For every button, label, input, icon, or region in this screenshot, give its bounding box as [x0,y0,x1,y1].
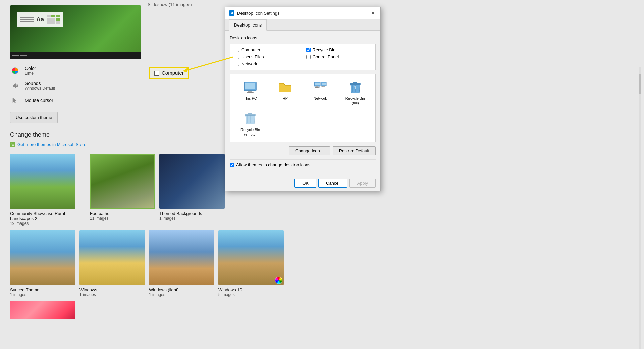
dialog-title-icon: 🖥 [229,10,234,16]
icon-preview-network[interactable]: Network [304,79,336,107]
thispc-icon [243,80,258,95]
theme-thumb-windows-light [149,230,214,285]
theme-item-windows[interactable]: Windows 1 images [79,230,145,297]
store-icon: 🛍 [10,142,15,147]
settings-panel: Aa [0,0,235,328]
theme-item-themed[interactable]: Themed Backgrounds 1 images [159,154,225,226]
checkbox-users-files[interactable]: User's Files [235,54,300,59]
svg-rect-16 [353,82,357,83]
theme-name-community: Community Showcase Rural Landscapes 2 [10,211,86,221]
ms-store-link[interactable]: 🛍 Get more themes in Microsoft Store [10,142,225,147]
dialog-close-button[interactable]: ✕ [370,10,376,16]
apply-button[interactable]: Apply [349,179,376,188]
icon-preview-recycle-empty[interactable]: Recycle Bin(empty) [234,110,266,138]
color-option[interactable]: Color Lime [10,66,225,76]
icon-preview-recycle-full[interactable]: Recycle Bin(full) [339,79,371,107]
checkbox-recycle-bin[interactable]: Recycle Bin [306,47,371,52]
change-icon-button[interactable]: Change Icon... [289,146,330,155]
allow-themes-row[interactable]: Allow themes to change desktop icons [230,159,376,170]
color-value: Lime [25,71,36,76]
svg-marker-2 [13,98,17,103]
theme-item-footpaths[interactable]: Footpaths 11 images [90,154,155,226]
sounds-option[interactable]: Sounds Windows Default [10,81,225,91]
recycle-full-icon [348,80,363,95]
recycle-full-label: Recycle Bin(full) [345,96,365,106]
theme-thumb-themed [159,154,225,209]
checkbox-control-panel[interactable]: Control Panel [306,54,371,59]
theme-preview: Aa [10,5,141,59]
ok-button[interactable]: OK [294,179,316,188]
theme-count-themed: 1 images [159,216,225,221]
ms-store-label: Get more themes in Microsoft Store [17,142,86,147]
checkbox-recycle-bin-label: Recycle Bin [313,47,336,52]
page-scrollbar[interactable] [639,67,641,349]
theme-item-windows10[interactable]: Windows 10 5 images [218,230,284,297]
hp-icon [278,80,292,95]
theme-item-synced2[interactable]: Synced Theme 1 images [10,230,75,297]
recycle-empty-icon [243,111,258,126]
theme-item-flowers[interactable] [10,301,75,321]
theme-thumb-flowers [10,301,75,319]
svg-rect-12 [322,83,326,85]
restore-default-button[interactable]: Restore Default [333,146,376,155]
theme-gallery: Community Showcase Rural Landscapes 2 19… [10,154,225,226]
cancel-button[interactable]: Cancel [318,179,347,188]
theme-count-windows-light: 1 images [149,292,214,297]
icon-preview-thispc[interactable]: This PC [234,79,266,107]
theme-thumb-windows [79,230,145,285]
theme-count-community: 19 images [10,221,86,226]
theme-count-windows: 1 images [79,292,145,297]
slideshow-text: Slideshow (11 images) [148,0,192,9]
settings-page: Slideshow (11 images) Aa [0,0,644,349]
network-icon [313,80,328,95]
checkbox-users-files-input[interactable] [235,55,239,59]
tab-desktop-icons[interactable]: Desktop Icons [229,19,267,31]
svg-rect-21 [248,113,252,114]
icon-preview-hp[interactable]: HP [269,79,301,107]
allow-themes-label: Allow themes to change desktop icons [236,162,310,167]
dialog-action-buttons: Change Icon... Restore Default [230,146,376,155]
checkbox-control-panel-input[interactable] [306,55,311,59]
network-label: Network [313,96,327,101]
allow-themes-checkbox[interactable] [230,163,234,167]
theme-thumb-synced2 [10,230,75,285]
theme-thumb-community [10,154,75,209]
desktop-icons-section-title: Desktop icons [230,35,376,40]
checkbox-computer[interactable]: Computer [235,47,300,52]
theme-thumb-windows10 [218,230,284,285]
sounds-value: Windows Default [25,86,55,91]
mouse-cursor-icon [10,95,20,105]
svg-rect-8 [315,83,320,85]
theme-item-community[interactable]: Community Showcase Rural Landscapes 2 19… [10,154,86,226]
checkbox-recycle-bin-input[interactable] [306,48,311,52]
theme-item-windows-light[interactable]: Windows (light) 1 images [149,230,214,297]
sounds-label: Sounds [25,81,55,86]
theme-name-themed: Themed Backgrounds [159,211,225,216]
checkbox-network[interactable]: Network [235,61,300,66]
checkbox-network-input[interactable] [235,62,239,66]
theme-count-windows10: 5 images [218,292,284,297]
scrollbar-thumb[interactable] [639,74,641,94]
sounds-icon [10,81,20,91]
theme-name-windows-light: Windows (light) [149,287,214,292]
desktop-icon-settings-dialog: 🖥 Desktop Icon Settings ✕ Desktop Icons … [225,7,381,191]
dialog-tabs: Desktop Icons [225,19,380,31]
svg-rect-5 [248,91,252,92]
theme-preview-widget: Aa [17,12,63,27]
checkbox-computer-input[interactable] [235,48,239,52]
custom-theme-button[interactable]: Use custom theme [10,112,58,123]
icon-checkboxes-container: Computer Recycle Bin User's Files [230,44,376,70]
theme-name-synced: Synced Theme [10,287,75,292]
checkbox-computer-label: Computer [241,47,260,52]
dialog-footer: OK Cancel Apply [225,175,380,191]
color-circle [275,277,282,284]
theme-count-footpaths: 11 images [90,216,155,221]
theme-name-windows10: Windows 10 [218,287,284,292]
dialog-title-text: Desktop Icon Settings [237,11,279,16]
theme-count-synced: 1 images [10,292,75,297]
mouse-cursor-option[interactable]: Mouse cursor [10,95,225,105]
theme-gallery-row3 [10,301,225,321]
checkbox-network-label: Network [241,61,257,66]
dialog-body: Desktop icons Computer Recycle Bin [225,31,380,175]
recycle-empty-label: Recycle Bin(empty) [240,127,260,137]
